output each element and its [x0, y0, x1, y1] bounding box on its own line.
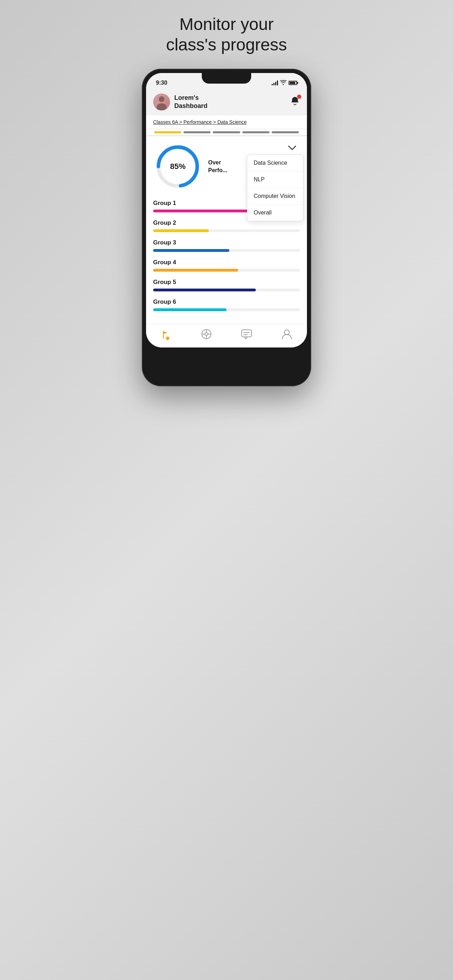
circle-percentage: 85%	[170, 162, 186, 171]
group-item-5: Group 5	[153, 279, 300, 291]
group-2-bar-track	[153, 229, 300, 232]
group-3-bar-fill	[153, 249, 229, 252]
group-3-label: Group 3	[153, 239, 300, 246]
group-5-bar-track	[153, 289, 300, 291]
phone-screen: 9:30	[146, 73, 307, 347]
status-time: 9:30	[156, 80, 167, 86]
group-3-bar-track	[153, 249, 300, 252]
group-4-bar-fill	[153, 269, 238, 272]
tab-bar	[146, 129, 307, 136]
breadcrumb-performance[interactable]: Performance	[183, 119, 212, 125]
tab-item-1[interactable]	[154, 131, 181, 134]
group-item-2: Group 2	[153, 220, 300, 232]
tab-item-5[interactable]	[272, 131, 299, 134]
dropdown-item-data-science[interactable]: Data Science	[247, 155, 303, 172]
performance-section: 85% OverPerfo... Data Science	[153, 142, 300, 191]
tab-item-3[interactable]	[213, 131, 240, 134]
tab-item-4[interactable]	[242, 131, 270, 134]
breadcrumb-classes[interactable]: Classes 6A	[153, 119, 178, 125]
breadcrumb: Classes 6A > Performance > Data Science	[146, 115, 307, 129]
nav-item-explore[interactable]	[186, 328, 227, 340]
nav-item-teach[interactable]	[146, 328, 186, 340]
chat-icon	[240, 328, 253, 340]
signal-icon	[272, 80, 278, 85]
dropdown-item-nlp[interactable]: NLP	[247, 172, 303, 188]
teach-icon-person	[160, 328, 173, 340]
group-6-bar-fill	[153, 308, 227, 311]
svg-point-22	[285, 330, 289, 335]
group-5-label: Group 5	[153, 279, 300, 286]
user-name: Lorem's Dashboard	[174, 94, 207, 110]
dropdown-item-overall[interactable]: Overall	[247, 205, 303, 221]
user-info: Lorem's Dashboard	[153, 94, 207, 110]
group-5-bar-fill	[153, 289, 256, 291]
bell-icon	[290, 97, 300, 108]
main-content: 85% OverPerfo... Data Science	[146, 136, 307, 324]
group-2-bar-fill	[153, 229, 209, 232]
group-4-bar-track	[153, 269, 300, 272]
svg-point-14	[205, 332, 208, 336]
app-header: Lorem's Dashboard	[146, 90, 307, 115]
avatar	[153, 94, 170, 110]
nav-item-profile[interactable]	[267, 328, 307, 340]
phone-frame: 9:30	[142, 69, 311, 386]
group-6-label: Group 6	[153, 298, 300, 305]
group-item-3: Group 3	[153, 239, 300, 252]
group-4-label: Group 4	[153, 259, 300, 266]
battery-icon	[289, 81, 297, 85]
status-icons	[272, 80, 297, 86]
breadcrumb-subject[interactable]: Data Science	[217, 119, 246, 125]
dropdown-menu: Data Science NLP Computer Vision Overall	[247, 154, 304, 221]
group-item-4: Group 4	[153, 259, 300, 272]
svg-rect-19	[242, 330, 251, 337]
group-6-bar-track	[153, 308, 300, 311]
circle-chart: 85%	[153, 142, 202, 191]
bell-badge	[297, 95, 301, 99]
dropdown-toggle[interactable]	[285, 142, 300, 154]
svg-marker-10	[163, 331, 168, 334]
nav-item-chat[interactable]	[227, 328, 267, 340]
bottom-nav	[146, 324, 307, 347]
explore-icon	[200, 328, 213, 340]
bell-container[interactable]	[290, 96, 300, 108]
wifi-icon	[280, 80, 286, 86]
dropdown-container: Data Science NLP Computer Vision Overall	[285, 142, 300, 154]
tab-item-2[interactable]	[183, 131, 211, 134]
notch	[202, 73, 251, 84]
group-item-6: Group 6	[153, 298, 300, 311]
page-title: Monitor your class's progress	[166, 14, 287, 55]
profile-icon	[280, 328, 293, 340]
dropdown-item-computer-vision[interactable]: Computer Vision	[247, 188, 303, 205]
